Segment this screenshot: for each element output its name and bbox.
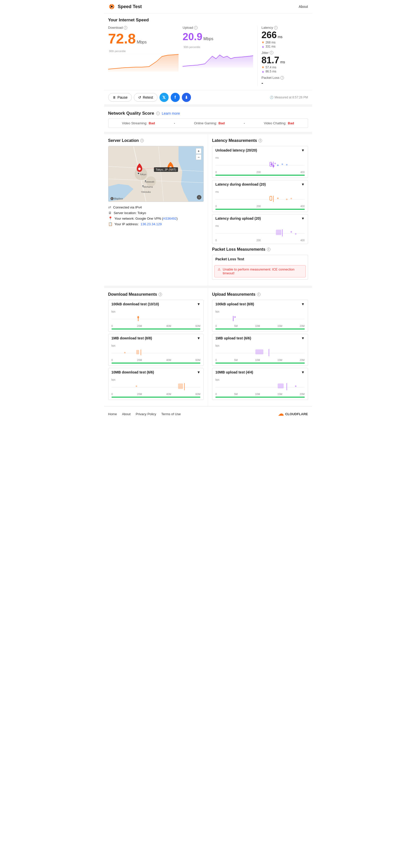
download-col: Download i 72.8 Mbps 90th percentile [108,26,183,86]
unloaded-ms-label: ms [215,156,305,159]
map-zoom-in[interactable]: + [196,148,201,154]
latency-block: Latency i 266 ms ▼ 268 ms ▲ 331 ms [262,26,308,48]
10mb-dl-progress [111,397,201,398]
unloaded-axis: 0 200 400 [215,171,305,174]
footer-about[interactable]: About [122,412,131,416]
svg-point-24 [286,164,287,165]
cloudflare-logo: ☁ CLOUDFLARE [278,411,308,417]
facebook-button[interactable]: f [171,93,180,102]
packet-loss-measurements-info-icon[interactable]: i [267,248,271,251]
jitter-up-row: ▲ 86.5 ms [262,70,308,73]
svg-point-23 [282,163,283,165]
jitter-value-row: 81.7 ms [262,55,308,65]
100kb-download-card: 100kB download test (10/10) ▼ bps 0 20M [108,300,204,332]
latency-measurements-col: Latency Measurements i Unloaded latency … [208,134,312,286]
speed-section-title: Your Internet Speed [108,18,308,23]
section-divider-1 [104,105,312,107]
100kb-ul-chart [215,313,305,325]
1mb-upload-header[interactable]: 1MB upload test (6/6) ▼ [212,334,308,342]
retest-button[interactable]: ↺ Retest [134,93,157,102]
svg-text:Tokyo: Tokyo [140,173,146,176]
server-latency-section: Server Location i Tokyo Kawasa [104,134,312,286]
upload-latency-body: ms 0200400 [212,222,308,244]
10mb-dl-axis: 020M40M60M [111,393,201,396]
packet-loss-block: Packet Loss i - [262,76,308,86]
unloaded-dot-chart [215,160,305,171]
10mb-dl-bps-label: bps [111,378,201,381]
upload-info-icon[interactable]: i [194,26,198,30]
twitter-button[interactable]: 𝕏 [160,93,169,102]
10mb-ul-bps-label: bps [215,378,305,381]
section-divider-3 [104,286,312,288]
10mb-dl-scatter [111,382,201,393]
download-dot-chart [215,194,305,205]
1mb-download-card: 1MB download test (8/8) ▼ bps 020M40M60M [108,334,204,366]
1mb-dl-scatter [111,347,201,359]
svg-point-46 [136,385,137,387]
unloaded-latency-header[interactable]: Unloaded latency (20/20) ▼ [212,146,308,154]
download-info-icon[interactable]: i [124,26,127,30]
svg-rect-34 [276,230,281,235]
100kb-download-header[interactable]: 100kB download test (10/10) ▼ [108,300,204,308]
learn-more-link[interactable]: Learn more [162,111,180,116]
nqs-section: Network Quality Score i Learn more Video… [104,107,312,132]
packet-loss-measurements-title: Packet Loss Measurements i [212,247,308,252]
100kb-ul-axis: 0 5M 10M 15M 20M [215,325,305,328]
latency-unit: ms [278,35,282,39]
download-measurements-info-icon[interactable]: i [159,292,162,296]
10mb-download-header[interactable]: 10MB download test (6/6) ▼ [108,368,204,376]
100kb-dl-scatter [111,313,201,325]
collapse-icon: ▼ [301,148,305,152]
100kb-dl-bps-label: bps [111,310,201,313]
section-divider-2 [104,132,312,134]
about-button[interactable]: About [299,5,308,9]
server-location-info-icon[interactable]: i [140,139,144,143]
ip-link[interactable]: 136.23.34.129 [141,222,162,226]
mapbox-label: © Mapbox [110,197,123,200]
100kb-upload-header[interactable]: 100kB upload test (8/8) ▼ [212,300,308,308]
latency-measurements-info-icon[interactable]: i [258,139,262,143]
10mb-upload-header[interactable]: 10MB upload test (4/4) ▼ [212,368,308,376]
jitter-block: Jitter i 81.7 ms ▼ 57.4 ms ▲ 86.5 ms [262,51,308,73]
ip-row: 📋 Your IP address: 136.23.34.129 [108,221,204,227]
footer-terms[interactable]: Terms of Use [161,412,181,416]
latency-main-label: Latency i [262,26,308,30]
upload-value-row: 20.9 Mbps [183,32,253,42]
internet-speed-section: Your Internet Speed Download i 72.8 Mbps… [104,13,312,90]
twitter-icon: 𝕏 [162,95,166,100]
1mb-download-header[interactable]: 1MB download test (8/8) ▼ [108,334,204,342]
1mb-dl-axis: 020M40M60M [111,359,201,362]
100kb-upload-card: 100kB upload test (8/8) ▼ bps 0 5M 10M 1… [212,300,308,332]
svg-point-31 [286,198,287,200]
upload-value: 20.9 [183,31,202,42]
download-latency-body: ms 0200400 [212,188,308,212]
upload-latency-header[interactable]: Latency during upload (20) ▼ [212,214,308,222]
100kb-ul-bps-label: bps [215,310,305,313]
latency-info-icon[interactable]: i [274,26,278,30]
latency-value: 266 [262,30,277,40]
connected-via-row: ⇄ Connected via IPv4 [108,205,204,210]
nqs-online-gaming: Online Gaming: Bad [194,121,225,125]
header-left: Speed Test [108,3,142,10]
packet-loss-info-icon[interactable]: i [280,76,284,80]
packet-loss-test-header: Packet Loss Test [212,255,308,263]
unloaded-scatter [215,160,305,171]
upload-measurements-info-icon[interactable]: i [257,292,261,296]
pause-button[interactable]: ⏸ Pause [108,93,132,102]
1mb-upload-card: 1MB upload test (6/6) ▼ bps 05M10M15M20M [212,334,308,366]
warning-icon: ⚠ [218,268,221,271]
footer-home[interactable]: Home [108,412,117,416]
footer-privacy[interactable]: Privacy Policy [136,412,156,416]
as-link[interactable]: AS36492 [163,217,177,220]
download-latency-header[interactable]: Latency during download (20) ▼ [212,180,308,188]
packet-loss-error: ⚠ Unable to perform measurement: ICE con… [214,265,306,277]
controls-left: ⏸ Pause ↺ Retest 𝕏 f ⬇ [108,93,191,102]
nqs-info-icon[interactable]: i [156,112,160,115]
upload-measurements-col: Upload Measurements i 100kB upload test … [208,288,312,406]
retest-icon: ↺ [138,95,141,99]
jitter-info-icon[interactable]: i [270,51,273,54]
download-share-button[interactable]: ⬇ [182,93,191,102]
controls-row: ⏸ Pause ↺ Retest 𝕏 f ⬇ 🕐 Measured at 8:5… [104,90,312,105]
map-zoom-out[interactable]: − [196,154,201,160]
100kb-dl-chart [111,313,201,325]
